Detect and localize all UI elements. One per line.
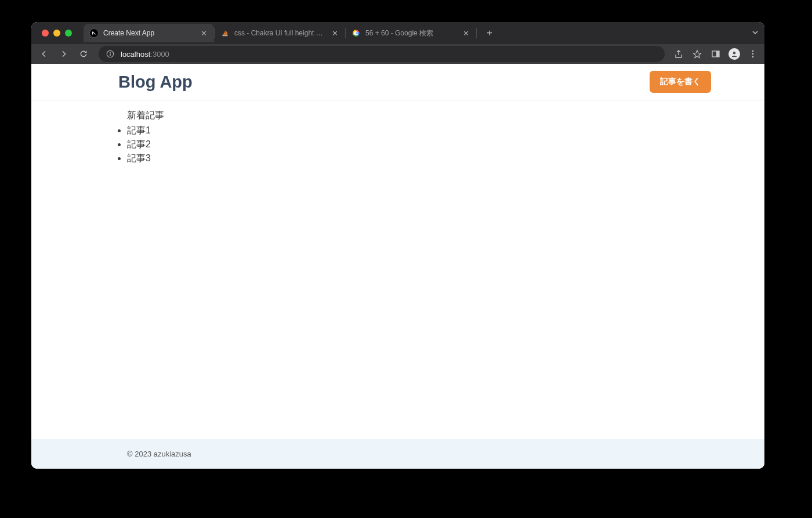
stackoverflow-favicon-icon — [220, 28, 230, 38]
url-port: :3000 — [150, 50, 169, 59]
tab-title: Create Next App — [103, 29, 194, 37]
toolbar-right-icons — [673, 48, 759, 60]
next-favicon-icon — [89, 28, 99, 38]
tab-inactive[interactable]: css - Chakra UI full height com ✕ — [215, 24, 345, 42]
new-tab-button[interactable]: + — [481, 25, 498, 41]
url-input[interactable]: localhost:3000 — [99, 46, 665, 62]
site-info-icon[interactable] — [106, 49, 115, 59]
back-button[interactable] — [37, 47, 51, 61]
bookmark-icon[interactable] — [691, 48, 703, 60]
window-controls — [37, 30, 78, 37]
svg-rect-3 — [356, 32, 358, 34]
close-icon[interactable]: ✕ — [199, 28, 208, 38]
tab-title: css - Chakra UI full height com — [234, 29, 325, 37]
close-icon[interactable]: ✕ — [461, 28, 470, 38]
svg-rect-8 — [716, 51, 719, 57]
app-title: Blog App — [118, 73, 193, 92]
close-window-button[interactable] — [42, 30, 49, 37]
chevron-down-icon[interactable] — [752, 29, 759, 38]
tab-active[interactable]: Create Next App ✕ — [84, 24, 214, 42]
url-text: localhost:3000 — [121, 50, 169, 59]
svg-point-9 — [733, 52, 736, 55]
tab-bar: Create Next App ✕ css - Chakra UI full h… — [31, 22, 764, 44]
minimize-window-button[interactable] — [53, 30, 60, 37]
share-icon[interactable] — [673, 48, 684, 60]
browser-window: Create Next App ✕ css - Chakra UI full h… — [31, 22, 764, 469]
svg-point-12 — [752, 56, 754, 58]
tab-title: 56 + 60 - Google 検索 — [365, 28, 456, 38]
svg-rect-1 — [223, 35, 227, 36]
panel-icon[interactable] — [710, 48, 722, 60]
svg-point-11 — [752, 53, 754, 55]
app-footer: © 2023 azukiazusa — [31, 439, 764, 469]
list-item[interactable]: 記事2 — [127, 139, 753, 151]
profile-icon[interactable] — [728, 48, 740, 60]
url-host: localhost — [121, 50, 150, 59]
article-list: 記事1 記事2 記事3 — [115, 125, 753, 165]
section-title: 新着記事 — [127, 110, 753, 122]
maximize-window-button[interactable] — [65, 30, 72, 37]
forward-button[interactable] — [57, 47, 71, 61]
svg-point-10 — [752, 50, 754, 52]
google-favicon-icon — [351, 28, 361, 38]
list-item[interactable]: 記事1 — [127, 125, 753, 137]
page-viewport: Blog App 記事を書く 新着記事 記事1 記事2 記事3 © 2023 a… — [31, 64, 764, 469]
list-item[interactable]: 記事3 — [127, 153, 753, 165]
app-header: Blog App 記事を書く — [31, 64, 764, 100]
svg-rect-6 — [110, 53, 110, 56]
write-post-button[interactable]: 記事を書く — [650, 71, 711, 93]
address-bar: localhost:3000 — [31, 44, 764, 64]
tab-inactive[interactable]: 56 + 60 - Google 検索 ✕ — [346, 24, 476, 42]
chrome-top: Create Next App ✕ css - Chakra UI full h… — [31, 22, 764, 64]
tab-separator — [476, 28, 477, 38]
copyright-text: © 2023 azukiazusa — [127, 450, 191, 458]
menu-icon[interactable] — [747, 48, 759, 60]
tabs-container: Create Next App ✕ css - Chakra UI full h… — [84, 22, 498, 44]
app-main: 新着記事 記事1 記事2 記事3 — [31, 100, 764, 439]
close-icon[interactable]: ✕ — [330, 28, 339, 38]
svg-point-5 — [110, 52, 111, 53]
reload-button[interactable] — [77, 47, 90, 61]
